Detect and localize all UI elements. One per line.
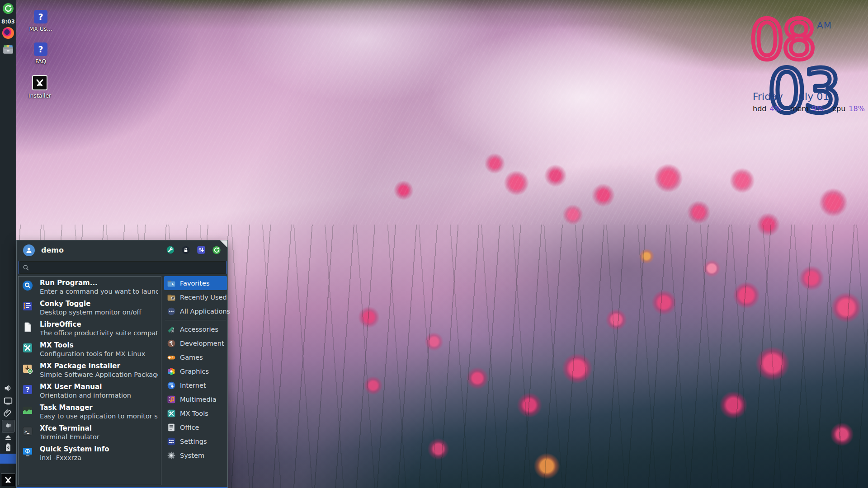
paperclip-icon[interactable] (0, 408, 16, 418)
volume-icon[interactable] (0, 383, 16, 393)
terminal-icon: >_ (22, 426, 33, 436)
all-settings-button[interactable] (166, 245, 175, 254)
menu-header: demo (17, 240, 227, 260)
menu-item-title: MX Tools (40, 341, 74, 349)
category-label: System (180, 452, 204, 459)
username: demo (41, 246, 64, 254)
menu-item-mx-package-installer[interactable]: MX Package Installer Simple Software App… (19, 361, 161, 381)
mx-menu-button[interactable] (1, 474, 15, 486)
search-icon (23, 264, 29, 271)
category-office[interactable]: Office (164, 420, 227, 434)
desktop-icon-faq[interactable]: ? FAQ (21, 42, 61, 65)
category-list: Favorites Recently Used All Applications (164, 276, 227, 462)
flame-icon[interactable] (0, 420, 16, 432)
menu-item-title: Task Manager (40, 404, 93, 412)
quick-system-info-icon: i (22, 446, 33, 457)
log-out-button[interactable] (212, 245, 221, 254)
category-label: Games (180, 354, 203, 361)
favorites-folder-icon (167, 279, 176, 288)
menu-item-title: MX User Manual (40, 383, 102, 391)
category-system[interactable]: System (164, 448, 227, 462)
menu-item-run-program[interactable]: Run Program... Enter a command you want … (19, 277, 161, 298)
category-favorites[interactable]: Favorites (164, 276, 227, 290)
category-label: Recently Used (180, 294, 227, 301)
menu-item-title: Conky Toggle (40, 300, 90, 308)
svg-text:?: ? (26, 386, 30, 394)
flame-icon-selection (2, 420, 14, 432)
menu-item-subtitle: Terminal Emulator (40, 433, 99, 441)
graphics-icon (167, 367, 176, 376)
search-input[interactable] (33, 264, 226, 271)
menu-item-quick-system-info[interactable]: i Quick System Info inxi -Fxxxrza (19, 444, 161, 465)
avatar[interactable] (23, 244, 35, 256)
file-manager-icon[interactable] (0, 43, 16, 55)
svg-text:>_: >_ (24, 429, 29, 434)
category-label: Multimedia (180, 396, 217, 403)
menu-item-xfce-terminal[interactable]: >_ Xfce Terminal Terminal Emulator (19, 423, 161, 444)
switch-user-button[interactable] (197, 245, 206, 254)
run-program-icon (22, 280, 33, 291)
menu-item-subtitle: Configuration tools for MX Linux (40, 350, 145, 357)
workspace-switcher[interactable] (0, 454, 16, 464)
desktop-icon-label: MX Us... (21, 25, 61, 32)
category-label: Development (180, 340, 224, 347)
menu-item-subtitle: Desktop system monitor on/off (40, 309, 142, 316)
display-icon[interactable] (0, 396, 16, 406)
category-label: Settings (180, 438, 207, 445)
category-all-applications[interactable]: All Applications (164, 304, 227, 318)
category-label: Graphics (180, 368, 209, 375)
all-applications-icon (167, 307, 176, 316)
category-graphics[interactable]: Graphics (164, 364, 227, 378)
category-label: Accessories (180, 326, 218, 333)
battery-icon[interactable] (0, 442, 16, 453)
desktop-icon-mx-user-manual[interactable]: ? MX Us... (21, 10, 61, 32)
office-icon (167, 423, 176, 432)
application-list: Run Program... Enter a command you want … (18, 276, 161, 485)
libreoffice-icon (22, 322, 33, 333)
menu-item-subtitle: Enter a command you want to launch (40, 288, 158, 295)
category-recently-used[interactable]: Recently Used (164, 290, 227, 304)
menu-item-conky-toggle[interactable]: Conky Toggle Desktop system monitor on/o… (19, 298, 161, 319)
mx-x-logo-icon (32, 75, 47, 90)
accessories-icon (167, 325, 176, 334)
category-label: MX Tools (180, 410, 208, 417)
category-multimedia[interactable]: Multimedia (164, 392, 227, 406)
mx-tools-icon (167, 409, 176, 418)
firefox-icon[interactable] (0, 27, 16, 39)
menu-item-title: LibreOffice (40, 320, 81, 328)
question-mark-icon: ? (34, 10, 47, 23)
mx-tools-icon (22, 343, 33, 353)
mx-updater-icon[interactable] (0, 3, 16, 14)
internet-icon (167, 381, 176, 390)
menu-item-libreoffice[interactable]: LibreOffice The office productivity suit… (19, 319, 161, 340)
side-panel: 8:03 (0, 0, 16, 488)
recent-folder-icon (167, 293, 176, 302)
desktop-icon-installer[interactable]: Installer (20, 75, 60, 99)
menu-item-mx-tools[interactable]: MX Tools Configuration tools for MX Linu… (19, 340, 161, 361)
development-icon (167, 339, 176, 348)
search-box (19, 261, 226, 274)
category-label: Office (180, 424, 199, 431)
category-settings[interactable]: Settings (164, 434, 227, 448)
category-development[interactable]: Development (164, 336, 227, 350)
category-mx-tools[interactable]: MX Tools (164, 406, 227, 420)
system-gear-icon (167, 451, 176, 460)
category-label: Favorites (180, 280, 210, 287)
menu-item-title: Run Program... (40, 279, 98, 287)
desktop-icon-label: Installer (20, 92, 60, 99)
whisker-menu: demo (16, 240, 228, 488)
eject-icon[interactable] (0, 433, 16, 442)
desktop: 08 03 AM Friday July 01 hdd 4% mem 9% cp… (0, 0, 868, 488)
mx-user-manual-icon: ? (22, 384, 33, 395)
menu-item-mx-user-manual[interactable]: ? MX User Manual Orientation and informa… (19, 381, 161, 402)
category-label: Internet (180, 382, 206, 389)
category-separator (165, 320, 226, 320)
category-games[interactable]: Games (164, 350, 227, 364)
desktop-icon-label: FAQ (21, 58, 61, 65)
category-accessories[interactable]: Accessories (164, 322, 227, 336)
lock-screen-button[interactable] (181, 245, 190, 254)
menu-item-title: Quick System Info (40, 445, 109, 453)
category-internet[interactable]: Internet (164, 378, 227, 392)
menu-item-task-manager[interactable]: Task Manager Easy to use application to … (19, 402, 161, 423)
menu-item-title: Xfce Terminal (40, 424, 92, 432)
